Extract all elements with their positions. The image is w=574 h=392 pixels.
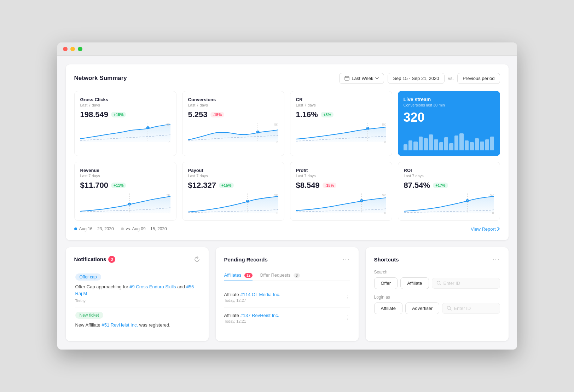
bar xyxy=(419,137,423,150)
bar xyxy=(413,142,417,150)
metric-sublabel: Last 7 days xyxy=(296,103,386,107)
metric-value-row: $8.549 -18% xyxy=(296,181,386,190)
metric-badge: +15% xyxy=(219,183,234,188)
metric-value-row: $11.700 +11% xyxy=(80,181,170,190)
metric-payout: Payout Last 7 days $12.327 +15% 5K xyxy=(182,162,284,221)
mini-chart: 5K xyxy=(80,123,170,144)
notifications-count-badge: 3 xyxy=(108,256,115,263)
metric-live-stream: Live stream Conversions last 30 min 320 xyxy=(398,91,500,156)
metric-gross-clicks: Gross Clicks Last 7 days 198.549 +15% 5K xyxy=(74,91,176,156)
metric-label: ROI xyxy=(404,168,494,173)
login-id-input[interactable]: Enter ID xyxy=(442,303,500,314)
pending-records-header: Pending Records ··· xyxy=(224,256,350,263)
chart-min: 0 xyxy=(276,140,278,144)
live-stream-chart xyxy=(404,129,494,150)
bar xyxy=(459,133,463,150)
notifications-header: Notifications 3 xyxy=(74,256,200,263)
bar xyxy=(444,137,448,150)
mini-chart: 5K xyxy=(188,123,278,144)
tab-affiliates-label: Affiliates xyxy=(224,272,242,278)
chart-min: 0 xyxy=(384,211,386,215)
metric-badge: +11% xyxy=(111,183,126,188)
bar xyxy=(480,142,484,150)
login-label: Login as xyxy=(374,295,500,300)
tab-offer-requests-badge: 3 xyxy=(294,273,300,278)
search-id-input[interactable]: Enter ID xyxy=(432,278,500,289)
notif-text-prefix: Offer Cap approaching for xyxy=(75,284,128,289)
bar xyxy=(408,140,412,150)
metric-value: $8.549 xyxy=(296,181,320,190)
mini-chart: 5K 0 xyxy=(188,194,278,215)
chart-max: 5K xyxy=(382,123,386,126)
bar xyxy=(424,138,428,150)
chart-min: 0 xyxy=(168,140,170,144)
previous-period-button[interactable]: Previous period xyxy=(457,73,500,84)
metrics-row-1: Gross Clicks Last 7 days 198.549 +15% 5K xyxy=(74,91,500,156)
tab-affiliates[interactable]: Affiliates 12 xyxy=(224,270,253,281)
maximize-dot[interactable] xyxy=(78,47,82,51)
search-affiliate-button[interactable]: Affiliate xyxy=(400,277,429,289)
chart-max: 5K xyxy=(166,123,170,126)
search-offer-button[interactable]: Offer xyxy=(374,277,398,289)
notif-text-connector: and xyxy=(177,284,186,289)
pending-item-title: Affiliate #114 OL Media Inc. xyxy=(224,292,280,297)
metric-badge: +17% xyxy=(433,183,448,188)
view-report-button[interactable]: View Report xyxy=(471,226,500,232)
close-dot[interactable] xyxy=(63,47,68,51)
metric-value-row: $12.327 +15% xyxy=(188,181,278,190)
login-affiliate-button[interactable]: Affiliate xyxy=(374,302,402,314)
minimize-dot[interactable] xyxy=(70,47,75,51)
bottom-grid: Notifications 3 Offer cap Offer Cap ap xyxy=(66,247,509,341)
network-summary-card: Network Summary Last Week xyxy=(66,64,509,240)
metric-badge: +8% xyxy=(321,112,334,117)
notif-link-1[interactable]: #51 RevHeist Inc. xyxy=(102,322,138,328)
pending-item: Affiliate #137 RevHeist Inc. Today, 12:2… xyxy=(224,308,350,328)
pending-item-content: Affiliate #114 OL Media Inc. Today, 12:2… xyxy=(224,292,280,302)
pending-records-menu[interactable]: ··· xyxy=(342,256,350,263)
date-btn-label: Last Week xyxy=(352,76,373,81)
notification-item: New ticket New Affiliate #51 RevHeist In… xyxy=(74,307,200,333)
pending-item-link[interactable]: #114 OL Media Inc. xyxy=(240,292,280,297)
login-id-placeholder: Enter ID xyxy=(454,306,471,311)
chart-min: 0 xyxy=(492,211,494,215)
calendar-icon xyxy=(344,76,349,81)
metric-roi: ROI Last 7 days 87.54% +17% 5K xyxy=(398,162,500,221)
main-content: Network Summary Last Week xyxy=(57,56,517,350)
bar xyxy=(449,143,453,150)
metric-value: 5.253 xyxy=(188,110,208,119)
metric-revenue: Revenue Last 7 days $11.700 +11% 5K xyxy=(74,162,176,221)
metric-profit: Profit Last 7 days $8.549 -18% 5K xyxy=(290,162,392,221)
pending-records-card: Pending Records ··· Affiliates 12 Offer … xyxy=(216,247,359,341)
metric-label: Revenue xyxy=(80,168,170,173)
chart-min: 0 xyxy=(276,211,278,215)
chart-footer: Aug 16 – 23, 2020 vs. Aug 09 – 15, 2020 … xyxy=(74,226,500,232)
metric-value: $11.700 xyxy=(80,181,109,190)
pending-records-tabs: Affiliates 12 Offer Requests 3 xyxy=(224,270,350,281)
vs-label: vs. xyxy=(448,76,454,81)
notifications-refresh-button[interactable] xyxy=(194,256,200,263)
bar xyxy=(429,134,433,150)
shortcuts-menu[interactable]: ··· xyxy=(492,256,500,263)
search-id-placeholder: Enter ID xyxy=(443,281,460,286)
pending-item-content: Affiliate #137 RevHeist Inc. Today, 12:2… xyxy=(224,313,279,323)
live-stream-value: 320 xyxy=(404,110,494,125)
tab-offer-requests[interactable]: Offer Requests 3 xyxy=(260,270,300,281)
pending-item-menu[interactable]: ⋮ xyxy=(344,315,350,321)
pending-item-link[interactable]: #137 RevHeist Inc. xyxy=(240,313,279,318)
date-range-button[interactable]: Last Week xyxy=(339,73,384,84)
chart-min: 0 xyxy=(168,211,170,215)
notif-link-1[interactable]: #9 Cross Enduro Skills xyxy=(129,284,176,289)
metric-value-row: 1.16% +8% xyxy=(296,110,386,119)
legend-label-secondary: vs. Aug 09 – 15, 2020 xyxy=(126,226,167,231)
login-advertiser-button[interactable]: Advertiser xyxy=(405,302,440,314)
bar xyxy=(439,142,443,150)
notif-time: Today xyxy=(75,299,200,303)
notifications-title: Notifications xyxy=(74,256,106,262)
chart-max: 5K xyxy=(166,194,170,197)
svg-line-21 xyxy=(450,309,452,311)
pending-item-menu[interactable]: ⋮ xyxy=(344,294,350,300)
notif-tag: Offer cap xyxy=(75,273,101,281)
card-header: Network Summary Last Week xyxy=(74,73,500,84)
metric-cr: CR Last 7 days 1.16% +8% 5K xyxy=(290,91,392,156)
svg-rect-0 xyxy=(345,76,349,80)
